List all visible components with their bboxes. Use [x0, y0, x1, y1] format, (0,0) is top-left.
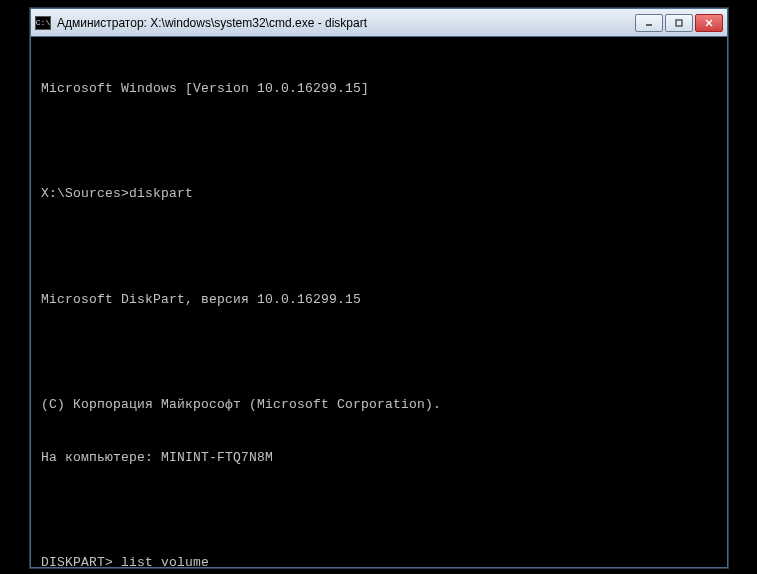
blank-line [41, 238, 717, 256]
prompt-command: list volume [121, 555, 209, 570]
prompt-path: X:\Sources> [41, 186, 129, 201]
cmd-icon: C:\ [35, 16, 51, 30]
computer-line: На компьютере: MININT-FTQ7N8M [41, 449, 717, 467]
prompt-command: diskpart [129, 186, 193, 201]
cmd-window: C:\ Администратор: X:\windows\system32\c… [30, 8, 728, 568]
blank-line [41, 501, 717, 519]
diskpart-prompt: DISKPART> [41, 555, 121, 570]
svg-rect-1 [676, 20, 682, 26]
prompt-line: X:\Sources>diskpart [41, 185, 717, 203]
blank-line [41, 343, 717, 361]
prompt-line: DISKPART> list volume [41, 554, 717, 572]
maximize-button[interactable] [665, 14, 693, 32]
window-controls [635, 14, 723, 32]
version-line: Microsoft Windows [Version 10.0.16299.15… [41, 80, 717, 98]
copyright-line: (C) Корпорация Майкрософт (Microsoft Cor… [41, 396, 717, 414]
window-title: Администратор: X:\windows\system32\cmd.e… [57, 16, 635, 30]
close-button[interactable] [695, 14, 723, 32]
minimize-button[interactable] [635, 14, 663, 32]
blank-line [41, 133, 717, 151]
titlebar[interactable]: C:\ Администратор: X:\windows\system32\c… [31, 9, 727, 37]
terminal-output[interactable]: Microsoft Windows [Version 10.0.16299.15… [31, 37, 727, 574]
diskpart-version: Microsoft DiskPart, версия 10.0.16299.15 [41, 291, 717, 309]
